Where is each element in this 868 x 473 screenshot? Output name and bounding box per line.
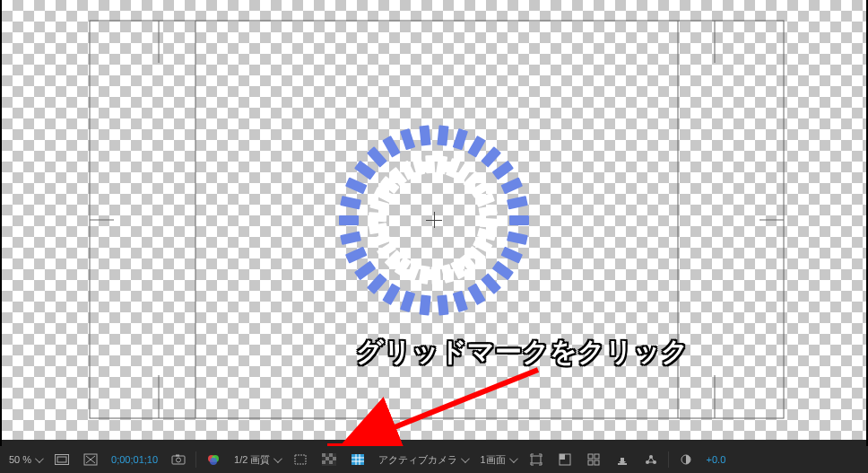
- svg-rect-27: [352, 454, 364, 465]
- svg-rect-39: [618, 463, 627, 465]
- svg-rect-25: [322, 460, 326, 464]
- zoom-value: 50 %: [9, 454, 31, 465]
- radial-dash-shape: [344, 130, 524, 310]
- exposure-icon[interactable]: [674, 451, 698, 468]
- zoom-menu[interactable]: 50 %: [5, 450, 45, 469]
- svg-rect-22: [329, 453, 333, 457]
- grid-guides-icon[interactable]: [346, 451, 369, 468]
- svg-point-18: [210, 458, 217, 465]
- views-value: 1画面: [480, 453, 505, 467]
- transparency-canvas[interactable]: グリッドマークをクリック: [2, 0, 866, 440]
- svg-rect-35: [588, 454, 593, 459]
- svg-rect-19: [295, 455, 306, 464]
- render-icon[interactable]: [639, 451, 663, 468]
- chevron-down-icon: [273, 454, 282, 463]
- composition-viewer: グリッドマークをクリック: [2, 0, 866, 446]
- svg-rect-32: [532, 456, 541, 463]
- chevron-down-icon: [35, 454, 44, 463]
- region-of-interest-icon[interactable]: [289, 451, 312, 468]
- views-menu[interactable]: 1画面: [476, 450, 518, 469]
- current-time[interactable]: 0;00;01;10: [108, 450, 161, 469]
- svg-rect-13: [172, 456, 185, 464]
- svg-rect-38: [595, 460, 599, 465]
- svg-rect-21: [322, 453, 326, 457]
- svg-rect-24: [333, 457, 336, 460]
- view-layout-icon[interactable]: [582, 451, 605, 468]
- mask-toggle-icon[interactable]: [79, 451, 102, 468]
- exposure-value-control[interactable]: +0.0: [703, 450, 730, 469]
- svg-rect-36: [595, 454, 599, 459]
- exposure-value: +0.0: [707, 454, 726, 465]
- timecode-value: 0;00;01;10: [111, 454, 158, 465]
- camera-value: アクティブカメラ: [378, 453, 457, 467]
- svg-rect-0: [90, 21, 784, 418]
- svg-rect-23: [326, 457, 329, 460]
- transparency-grid-icon[interactable]: [317, 451, 341, 468]
- svg-rect-26: [329, 460, 333, 464]
- fullres-icon[interactable]: [50, 451, 74, 468]
- safe-guides: [2, 0, 866, 440]
- fast-previews-icon[interactable]: [553, 451, 577, 468]
- chevron-down-icon: [461, 454, 470, 463]
- pixel-aspect-icon[interactable]: [525, 451, 548, 468]
- resolution-value: 1/2 画質: [234, 453, 270, 467]
- colorspace-icon[interactable]: [202, 451, 225, 468]
- timeline-icon[interactable]: [611, 451, 634, 468]
- svg-rect-11: [57, 457, 66, 462]
- annotation-arrow: [2, 0, 866, 467]
- viewer-bottom-bar: 50 % 0;00;01;10 1/2 画質 アクティブカメラ 1画面: [0, 446, 868, 473]
- separator: [668, 451, 669, 468]
- resolution-menu[interactable]: 1/2 画質: [230, 450, 283, 469]
- svg-rect-15: [176, 455, 179, 457]
- center-crosshair: [426, 212, 442, 228]
- annotation-label: グリッドマークをクリック: [356, 334, 689, 371]
- separator: [195, 451, 196, 468]
- svg-point-14: [177, 458, 181, 462]
- chevron-down-icon: [509, 454, 518, 463]
- svg-line-9: [386, 370, 538, 431]
- svg-rect-37: [588, 460, 593, 465]
- camera-menu[interactable]: アクティブカメラ: [375, 450, 471, 469]
- snapshot-icon[interactable]: [167, 451, 190, 468]
- svg-rect-34: [560, 454, 565, 460]
